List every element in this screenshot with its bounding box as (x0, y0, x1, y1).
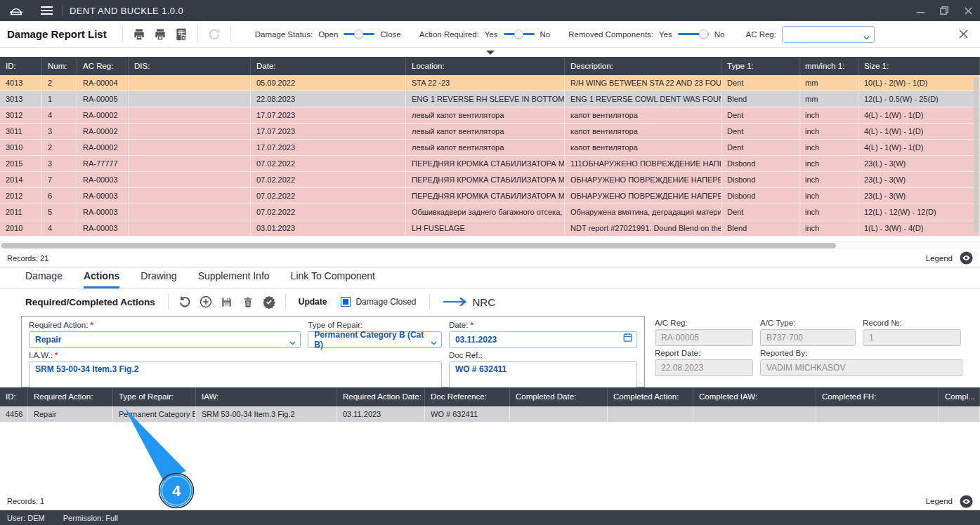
column-header[interactable]: Doc Reference: (425, 387, 510, 406)
close-window-icon[interactable] (956, 0, 980, 21)
close-panel-icon[interactable] (953, 25, 973, 44)
table-cell: RA-00003 (77, 172, 129, 187)
table-row[interactable]: 30124RA-0000217.07.2023левый капот венти… (0, 107, 980, 124)
update-button[interactable]: Update (299, 297, 327, 307)
table-cell: 3013 (0, 91, 42, 107)
tab-damage[interactable]: Damage (25, 270, 63, 288)
table-cell (129, 75, 251, 91)
table-row[interactable]: 30102RA-0000217.07.2023левый капот венти… (0, 140, 980, 156)
table-cell: левый капот вентилятора (406, 124, 565, 139)
column-header[interactable]: Type 1: (721, 57, 799, 75)
table-cell: 17.07.2023 (251, 124, 406, 139)
column-header[interactable]: Location: (406, 57, 565, 75)
column-header[interactable]: Completed Date: (510, 387, 608, 406)
column-header[interactable]: Size 1: (858, 57, 980, 75)
tab-link-to-component[interactable]: Link To Component (291, 270, 375, 288)
table-row[interactable]: 40132RA-0000405.09.2022STA 22 -23R/H WIN… (0, 75, 980, 91)
removed-components-toggle[interactable] (678, 29, 709, 39)
table-cell: mm (799, 91, 858, 107)
damage-closed-checkbox[interactable]: Damage Closed (341, 297, 416, 307)
iaw-field[interactable]: SRM 53-00-34 Item.3 Fig.2 (29, 361, 442, 390)
table-cell: Dent (721, 124, 799, 139)
ac-reg-filter: AC Reg: (746, 26, 875, 43)
collapse-strip (0, 48, 980, 57)
actions-grid: ID:Required Action:Type of Repair:IAW:Re… (0, 387, 980, 423)
table-cell: Dent (721, 140, 799, 155)
ac-reg-dropdown[interactable] (782, 26, 875, 43)
column-header[interactable]: Description: (565, 57, 721, 75)
type-of-repair-dropdown[interactable]: Permanent Category B (Cat B) (308, 331, 442, 348)
column-header[interactable]: DIS: (129, 57, 251, 75)
tab-supplement-info[interactable]: Supplement Info (198, 270, 270, 288)
table-row[interactable]: 20115RA-0000307.02.2022Обшивкадвери задн… (0, 204, 980, 220)
column-header[interactable]: Required Action: (28, 387, 113, 406)
column-header[interactable]: Type of Repair: (113, 387, 196, 406)
table-cell: R/H WING BETWEEN STA 22 AND 23 FOUND DE.… (565, 75, 721, 91)
column-header[interactable]: mm/inch 1: (799, 57, 858, 75)
table-row[interactable]: 30113RA-0000217.07.2023левый капот венти… (0, 124, 980, 140)
column-header[interactable]: Completed Action: (608, 387, 693, 406)
dent-and-buckle-window: DENT AND BUCKLE 1.0.0 Damage Report List (0, 0, 980, 525)
restore-icon[interactable] (932, 0, 956, 21)
legend-eye-icon[interactable] (960, 251, 973, 265)
column-header[interactable]: Completed FH: (816, 387, 939, 406)
table-cell: inch (799, 220, 858, 236)
calendar-icon[interactable] (622, 332, 633, 345)
table-cell: 6 (42, 188, 77, 204)
column-header[interactable]: ID: (0, 387, 28, 406)
column-header[interactable]: Compl... (939, 387, 980, 406)
undo-icon[interactable] (174, 292, 195, 312)
refresh-icon[interactable] (204, 25, 225, 44)
nrc-button[interactable]: NRC (443, 296, 496, 308)
table-row[interactable]: 20153RA-7777707.02.2022ПЕРЕДНЯЯ КРОМКА С… (0, 156, 980, 172)
action-required-toggle[interactable] (504, 29, 535, 39)
table-row[interactable]: 20104RA-0000303.01.2023LH FUSELAGENDT re… (0, 220, 980, 237)
tab-actions[interactable]: Actions (84, 270, 119, 288)
print-button[interactable] (129, 25, 150, 44)
table-cell: 3 (42, 156, 77, 171)
column-header[interactable]: IAW: (196, 387, 337, 406)
delete-icon[interactable] (237, 292, 259, 312)
add-action-icon[interactable] (195, 292, 216, 312)
approve-badge-icon[interactable] (259, 292, 280, 312)
column-header[interactable]: AC Reg: (77, 57, 129, 75)
horizontal-scrollbar[interactable] (0, 241, 980, 249)
table-cell: SRM 53-00-34 Item.3 Fig.2 (196, 406, 337, 422)
table-cell: mm (799, 75, 858, 91)
print-report-button[interactable] (150, 25, 171, 44)
table-cell: ENG 1 REVERSE COWL DENT WAS FOUND (565, 91, 721, 107)
column-header[interactable]: Required Action Date: (337, 387, 425, 406)
table-row[interactable]: 20126RA-0000307.02.2022ПЕРЕДНЯЯ КРОМКА С… (0, 188, 980, 204)
export-excel-icon[interactable] (171, 25, 192, 44)
column-header[interactable]: Date: (251, 57, 406, 75)
damage-report-grid: ID:Num:AC Reg:DIS:Date:Location:Descript… (0, 57, 980, 249)
column-header[interactable]: ID: (0, 57, 42, 75)
table-row[interactable]: 30131RA-0000522.08.2023ENG 1 REVERSE RH … (0, 91, 980, 107)
table-cell: RA-00002 (77, 124, 129, 139)
records-count: Records: 1 (7, 497, 44, 505)
required-action-dropdown[interactable]: Repair (29, 331, 301, 348)
damage-status-toggle[interactable] (344, 29, 374, 39)
menu-icon[interactable] (32, 0, 60, 21)
tab-drawing[interactable]: Drawing (141, 270, 176, 288)
date-field[interactable] (449, 331, 637, 348)
column-header[interactable]: Num: (42, 57, 77, 75)
table-cell: 03.01.2023 (251, 220, 406, 236)
table-cell: 4 (42, 220, 77, 236)
table-row[interactable]: 20147RA-0000307.02.2022ПЕРЕДНЯЯ КРОМКА С… (0, 172, 980, 188)
column-header[interactable]: Completed IAW: (693, 387, 816, 406)
table-cell: ПЕРЕДНЯЯ КРОМКА СТАБИЛИЗАТОРА МЕЖДУ... (406, 156, 565, 171)
aircraft-app-icon (0, 4, 32, 18)
table-row[interactable]: 4456RepairPermanent Category B (...SRM 5… (0, 406, 980, 423)
minimize-icon[interactable] (908, 0, 932, 21)
save-icon[interactable] (216, 292, 237, 312)
legend-eye-icon[interactable] (960, 495, 973, 508)
table-cell: 7 (42, 172, 77, 187)
table-cell: левый капот вентилятора (406, 107, 565, 123)
table-cell: 07.02.2022 (251, 188, 406, 204)
collapse-grid-arrow[interactable] (486, 51, 495, 55)
doc-ref-field[interactable]: WO # 632411 (449, 361, 637, 390)
table-cell: 4013 (0, 75, 42, 91)
table-cell: 4(L) - 1(W) - 1(D) (858, 124, 980, 139)
vertical-scrollbar[interactable] (974, 77, 979, 232)
